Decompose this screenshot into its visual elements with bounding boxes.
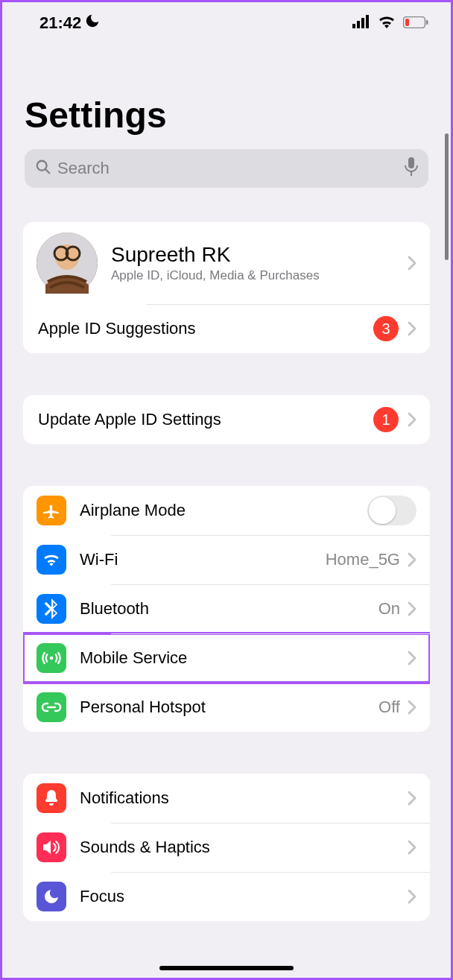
battery-icon [403,13,428,33]
wifi-icon [378,13,396,33]
chevron-right-icon [408,321,416,336]
page-title: Settings [2,39,451,146]
home-indicator[interactable] [159,966,294,970]
network-group: Airplane Mode Wi-Fi Home_5G Bluetooth On… [23,486,430,732]
svg-rect-16 [45,800,57,802]
svg-rect-1 [357,21,360,28]
airplane-icon [37,496,66,525]
mobile-service-row[interactable]: Mobile Service [23,633,430,683]
speaker-icon [37,832,66,862]
svg-rect-5 [426,20,428,25]
search-input[interactable] [57,159,399,178]
profile-subtitle: Apple ID, iCloud, Media & Purchases [111,268,394,283]
airplane-label: Airplane Mode [80,501,367,520]
update-badge: 1 [373,407,399,432]
airplane-toggle[interactable] [367,496,416,525]
profile-row[interactable]: Supreeth RK Apple ID, iCloud, Media & Pu… [23,222,430,304]
suggestions-badge: 3 [373,316,399,341]
microphone-icon[interactable] [405,157,418,180]
bluetooth-row[interactable]: Bluetooth On [23,584,430,633]
scroll-indicator[interactable] [445,133,449,260]
chevron-right-icon [408,552,416,567]
sounds-label: Sounds & Haptics [80,838,408,857]
svg-rect-9 [408,157,414,168]
chevron-right-icon [408,889,416,904]
antenna-icon [37,643,66,673]
update-group: Update Apple ID Settings 1 [23,395,430,444]
link-icon [37,692,66,722]
update-apple-id-row[interactable]: Update Apple ID Settings 1 [23,395,430,444]
chevron-right-icon [408,412,416,427]
apple-id-suggestions-row[interactable]: Apple ID Suggestions 3 [23,304,430,353]
hotspot-row[interactable]: Personal Hotspot Off [23,683,430,732]
suggestions-label: Apple ID Suggestions [38,319,373,338]
bell-icon [37,783,66,813]
chevron-right-icon [408,840,416,855]
bluetooth-value: On [378,599,400,619]
chevron-right-icon [408,791,416,806]
notifications-row[interactable]: Notifications [23,774,430,823]
profile-group: Supreeth RK Apple ID, iCloud, Media & Pu… [23,222,430,353]
svg-rect-6 [405,19,409,26]
bluetooth-icon [37,594,66,624]
focus-row[interactable]: Focus [23,872,430,921]
svg-rect-2 [361,18,364,28]
avatar [37,233,98,294]
svg-rect-3 [366,15,369,28]
cellular-icon [352,13,370,33]
wifi-label: Wi-Fi [80,550,326,569]
moon-icon [84,13,101,34]
svg-point-15 [50,657,54,660]
hotspot-label: Personal Hotspot [80,698,378,717]
chevron-right-icon [408,256,416,271]
status-bar: 21:42 [2,2,451,39]
search-icon [35,159,51,178]
profile-name: Supreeth RK [111,243,394,267]
notifications-label: Notifications [80,788,408,808]
status-time: 21:42 [39,13,81,33]
airplane-mode-row[interactable]: Airplane Mode [23,486,430,535]
wifi-row[interactable]: Wi-Fi Home_5G [23,535,430,584]
update-label: Update Apple ID Settings [38,410,373,429]
hotspot-value: Off [378,698,400,717]
moon-settings-icon [37,882,66,911]
mobile-label: Mobile Service [80,648,408,668]
svg-rect-0 [352,24,355,28]
chevron-right-icon [408,700,416,715]
chevron-right-icon [408,651,416,666]
wifi-settings-icon [37,545,66,575]
chevron-right-icon [408,601,416,616]
general-group: Notifications Sounds & Haptics Focus [23,774,430,921]
search-bar[interactable] [25,149,428,188]
wifi-value: Home_5G [326,550,400,569]
bluetooth-label: Bluetooth [80,599,378,619]
focus-label: Focus [80,887,408,906]
svg-line-8 [45,169,49,173]
sounds-row[interactable]: Sounds & Haptics [23,823,430,872]
